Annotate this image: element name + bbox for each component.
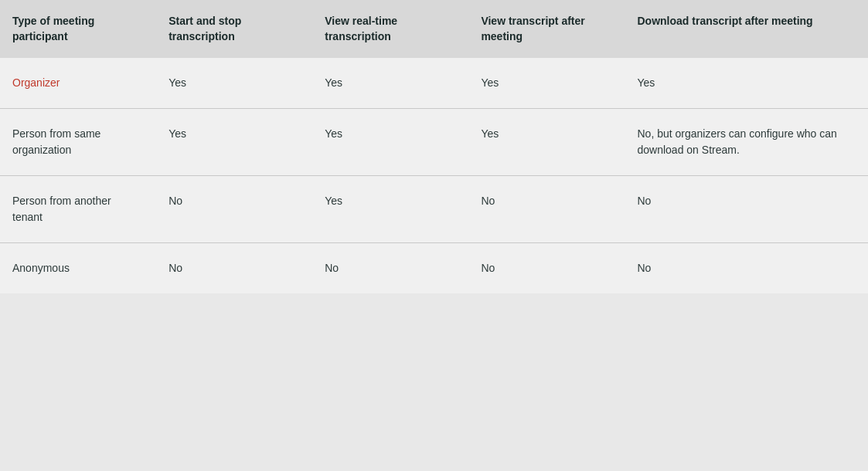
cell-view-after: Yes [468, 58, 625, 109]
cell-download: Yes [625, 58, 869, 109]
header-start-stop: Start and stop transcription [156, 0, 312, 58]
cell-view-realtime: Yes [312, 58, 468, 109]
cell-view-after: No [468, 176, 625, 243]
cell-view-realtime: Yes [312, 176, 468, 243]
cell-start-stop: Yes [156, 58, 312, 109]
header-participant-type: Type of meeting participant [0, 0, 156, 58]
cell-download: No [625, 176, 869, 243]
cell-start-stop: No [156, 243, 312, 294]
cell-view-after: Yes [468, 109, 625, 176]
cell-download: No [625, 243, 869, 294]
cell-participant: Person from same organization [0, 109, 156, 176]
permissions-table: Type of meeting participant Start and st… [0, 0, 868, 293]
cell-participant: Organizer [0, 58, 156, 109]
header-view-after: View transcript after meeting [468, 0, 625, 58]
cell-download: No, but organizers can configure who can… [625, 109, 869, 176]
header-view-realtime: View real-time transcription [312, 0, 468, 58]
cell-view-after: No [468, 243, 625, 294]
cell-view-realtime: Yes [312, 109, 468, 176]
cell-participant: Anonymous [0, 243, 156, 294]
cell-start-stop: No [156, 176, 312, 243]
main-table-container: Type of meeting participant Start and st… [0, 0, 868, 293]
table-row: Person from another tenantNoYesNoNo [0, 176, 868, 243]
cell-view-realtime: No [312, 243, 468, 294]
table-header-row: Type of meeting participant Start and st… [0, 0, 868, 58]
table-row: OrganizerYesYesYesYes [0, 58, 868, 109]
cell-start-stop: Yes [156, 109, 312, 176]
table-row: Person from same organizationYesYesYesNo… [0, 109, 868, 176]
header-download: Download transcript after meeting [625, 0, 869, 58]
table-row: AnonymousNoNoNoNo [0, 243, 868, 294]
cell-participant: Person from another tenant [0, 176, 156, 243]
